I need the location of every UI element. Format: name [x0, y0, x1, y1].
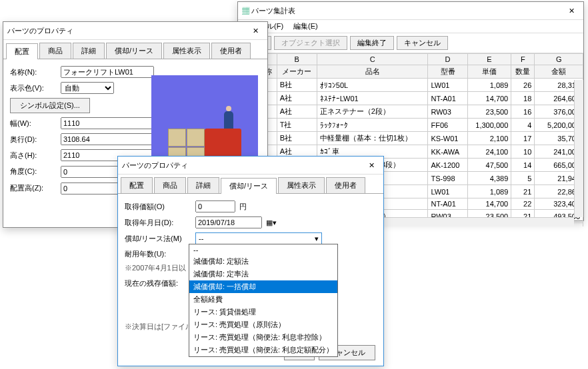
label-name: 名称(N): — [10, 67, 57, 77]
close-icon[interactable]: ✕ — [563, 5, 579, 17]
label-method: 償却/リース法(M) — [125, 234, 191, 244]
dropdown-option[interactable]: リース: 売買処理（原則法） — [189, 318, 337, 331]
scrollbar-vertical[interactable] — [574, 80, 583, 217]
label-years: 耐用年数(U): — [125, 249, 191, 259]
table-row[interactable]: A社ﾈｽﾃﾅｰLW01NT-A0114,70018264,600 — [239, 92, 583, 105]
width-input[interactable] — [61, 117, 158, 129]
tab-attr[interactable]: 属性表示 — [163, 43, 210, 59]
prop1-tabs: 配置 商品 詳細 償却/リース 属性表示 使用者 — [3, 40, 267, 59]
dropdown-option[interactable]: -- — [189, 244, 337, 255]
tab-placement[interactable]: 配置 — [121, 177, 153, 193]
prop2-tabs: 配置 商品 詳細 償却/リース 属性表示 使用者 — [118, 175, 383, 194]
tab-attr[interactable]: 属性表示 — [278, 177, 325, 193]
dropdown-option[interactable]: リース: 売買処理（簡便法: 利息定額配分） — [189, 344, 337, 356]
properties-window-2: パーツのプロパティ ✕ 配置 商品 詳細 償却/リース 属性表示 使用者 取得価… — [117, 156, 384, 366]
tab-depreciation[interactable]: 償却/リース — [221, 178, 277, 194]
table-row[interactable]: B社ｵﾘｺﾝ50LLW011,0892628,314 — [239, 79, 583, 92]
date-input[interactable] — [195, 216, 262, 228]
calendar-icon[interactable]: ▦▾ — [266, 218, 277, 227]
color-select[interactable]: 自動 — [61, 82, 114, 94]
sheet-title: パーツ集計表 — [251, 7, 295, 15]
table-row[interactable]: 倉庫1B社中軽量棚（基本：仕切1枚）KS-W012,1001735,700 — [239, 132, 583, 145]
tab-user[interactable]: 使用者 — [326, 177, 365, 193]
sheet-toolbar: 変更 オブジェクト選択 編集終了 キャンセル — [238, 33, 583, 53]
label-z: 配置高(Z): — [10, 183, 57, 193]
acq-input[interactable] — [195, 200, 235, 212]
tab-detail[interactable]: 詳細 — [73, 43, 105, 59]
label-depth: 奥行(D): — [10, 135, 57, 145]
table-row[interactable]: A社正ネステナー（2段）RW0323,50016376,000 — [239, 105, 583, 119]
method-dropdown[interactable]: --減価償却: 定額法減価償却: 定率法減価償却: 一括償却全額経費リース: 賃… — [189, 244, 338, 357]
label-height: 高さ(H): — [10, 151, 57, 161]
label-color: 表示色(V): — [10, 83, 57, 93]
prop1-titlebar: パーツのプロパティ ✕ — [3, 22, 267, 40]
btn-endedit[interactable]: 編集終了 — [350, 36, 394, 50]
dropdown-option[interactable]: リース: 賃貸借処理 — [189, 306, 337, 318]
label-width: 幅(W): — [10, 119, 57, 129]
btn-cancel[interactable]: キャンセル — [397, 36, 448, 50]
tab-user[interactable]: 使用者 — [211, 43, 251, 59]
tab-depreciation[interactable]: 償却/リース — [106, 43, 162, 59]
prop2-titlebar: パーツのプロパティ ✕ — [118, 157, 383, 175]
symbol-button[interactable]: シンボル設定(S)... — [10, 98, 90, 113]
prop1-title: パーツのプロパティ — [7, 26, 73, 36]
tab-product[interactable]: 商品 — [39, 43, 71, 59]
menu-edit[interactable]: 編集(E) — [289, 21, 322, 31]
depth-input[interactable] — [61, 133, 158, 145]
label-angle: 角度(C): — [10, 167, 57, 177]
btn-select: オブジェクト選択 — [274, 36, 347, 50]
tab-product[interactable]: 商品 — [154, 177, 186, 193]
label-acq: 取得価額(O) — [125, 202, 191, 212]
tab-detail[interactable]: 詳細 — [187, 177, 219, 193]
label-residual: 現在の残存価額: — [125, 278, 191, 288]
dropdown-option[interactable]: 全額経費 — [189, 293, 337, 306]
close-icon[interactable]: ✕ — [247, 25, 263, 37]
dropdown-option[interactable]: 減価償却: 定率法 — [189, 268, 337, 280]
prop2-title: パーツのプロパティ — [122, 161, 188, 171]
close-icon[interactable]: ✕ — [363, 159, 379, 171]
tab-placement[interactable]: 配置 — [6, 43, 38, 59]
dropdown-option[interactable]: 減価償却: 定額法 — [189, 255, 337, 268]
label-date: 取得年月日(D): — [125, 218, 191, 228]
sheet-menubar: ファイル(F) 編集(E) — [238, 20, 583, 33]
app-icon: ▦ — [242, 7, 249, 15]
name-input[interactable] — [61, 66, 154, 78]
chevron-down-icon: ▾ — [315, 234, 319, 243]
dropdown-option[interactable]: 減価償却: 一括償却 — [189, 280, 337, 293]
table-row[interactable]: T社ﾗｯｸﾌｫｰｸFF061,300,00045,200,000 — [239, 119, 583, 132]
sheet-titlebar: ▦ パーツ集計表 ✕ — [238, 2, 583, 20]
dropdown-option[interactable]: リース: 売買処理（簡便法: 利息非控除） — [189, 331, 337, 344]
